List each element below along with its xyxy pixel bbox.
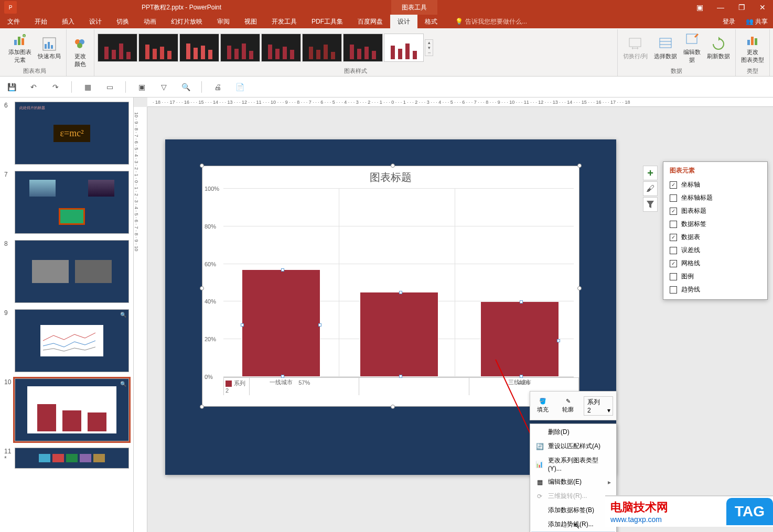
menu-delete[interactable]: 删除(D) [531, 425, 615, 439]
slide-thumb-10[interactable]: 10 🔍 [4, 378, 129, 441]
tab-chart-format[interactable]: 格式 [417, 15, 445, 28]
chk-error-bars[interactable]: 误差线 [663, 244, 767, 257]
chk-gridlines[interactable]: ✓网格线 [663, 257, 767, 270]
mini-outline-button[interactable]: ✎ 轮廓 [555, 392, 581, 420]
resize-handle-e[interactable] [577, 286, 582, 290]
checkbox-icon[interactable] [670, 194, 677, 202]
quick-layout-button[interactable]: 快速布局 [36, 35, 63, 61]
tab-design[interactable]: 设计 [82, 15, 109, 28]
switch-row-col-button[interactable]: 切换行/列 [621, 35, 650, 61]
undo-button[interactable]: ↶ [27, 81, 40, 93]
menu-change-chart-type[interactable]: 📊更改系列图表类型(Y)... [531, 453, 615, 475]
tab-transitions[interactable]: 切换 [109, 15, 136, 28]
menu-edit-data[interactable]: ▦编辑数据(E)▸ [531, 475, 615, 489]
chart-style-8[interactable] [384, 34, 424, 62]
tell-me-box[interactable]: 💡告诉我您想要做什么... [445, 17, 527, 26]
tab-insert[interactable]: 插入 [55, 15, 82, 28]
tab-developer[interactable]: 开发工具 [264, 15, 304, 28]
bar-handle[interactable] [241, 323, 244, 327]
change-chart-type-button[interactable]: 更改 图表类型 [739, 30, 766, 65]
checkbox-icon[interactable] [670, 286, 677, 294]
checkbox-icon[interactable] [670, 247, 677, 254]
chart-bar-2[interactable] [360, 292, 438, 377]
checkbox-icon[interactable]: ✓ [670, 208, 677, 215]
chk-data-table[interactable]: ✓数据表 [663, 231, 767, 244]
mini-fill-button[interactable]: 🪣 填充 [530, 392, 555, 420]
save-button[interactable]: 💾 [5, 81, 18, 93]
chart-styles-button[interactable]: 🖌 [643, 181, 658, 196]
chk-trendline[interactable]: 趋势线 [663, 283, 767, 296]
checkbox-icon[interactable]: ✓ [670, 181, 677, 189]
chart-style-1[interactable] [98, 34, 137, 62]
add-chart-element-button[interactable]: + 添加图表 元素 [6, 30, 34, 65]
menu-reset-style[interactable]: 🔄重设以匹配样式(A) [531, 439, 615, 453]
qat-btn-1[interactable]: ▦ [81, 81, 94, 93]
menu-add-data-labels[interactable]: 添加数据标签(B)▸ [531, 503, 615, 517]
change-colors-button[interactable]: 更改 颜色 [70, 35, 91, 69]
select-data-button[interactable]: 选择数据 [652, 35, 679, 61]
chart-style-7[interactable] [343, 34, 383, 62]
ribbon-options-button[interactable]: ▣ [689, 0, 710, 15]
tab-review[interactable]: 审阅 [210, 15, 237, 28]
slide-thumb-8[interactable]: 8 [4, 240, 129, 303]
chart-title[interactable]: 图表标题 [202, 166, 579, 189]
chart-elements-button[interactable]: + [643, 166, 658, 180]
restore-button[interactable]: ❐ [731, 0, 752, 15]
tab-file[interactable]: 文件 [0, 15, 27, 28]
chart-bar-1[interactable] [242, 269, 320, 377]
checkbox-icon[interactable] [670, 273, 677, 280]
resize-handle-n[interactable] [391, 164, 395, 168]
qat-btn-3[interactable]: ▣ [135, 81, 148, 93]
minimize-button[interactable]: — [710, 0, 731, 15]
redo-button[interactable]: ↷ [49, 81, 62, 93]
tab-animations[interactable]: 动画 [136, 15, 164, 28]
slide-thumb-6[interactable]: 6 ε=mc²此处得片的标题 [4, 102, 129, 165]
signin-button[interactable]: 登录 [717, 17, 740, 26]
bar-handle[interactable] [399, 291, 402, 294]
bar-handle[interactable] [318, 323, 321, 327]
edit-data-button[interactable]: 编辑数 据 [681, 30, 703, 65]
resize-handle-w[interactable] [200, 286, 204, 290]
chart-style-3[interactable] [179, 34, 219, 62]
resize-handle-ne[interactable] [577, 164, 582, 168]
slide-thumb-7[interactable]: 7 [4, 171, 129, 234]
tab-home[interactable]: 开始 [27, 15, 55, 28]
chk-legend[interactable]: 图例 [663, 270, 767, 283]
tab-baidu[interactable]: 百度网盘 [350, 15, 390, 28]
chart-style-6[interactable] [302, 34, 342, 62]
bar-handle[interactable] [281, 268, 284, 272]
tab-slideshow[interactable]: 幻灯片放映 [164, 15, 210, 28]
mini-series-value[interactable]: 系列2 [584, 396, 613, 416]
tab-view[interactable]: 视图 [237, 15, 264, 28]
chk-chart-title[interactable]: ✓图表标题 [663, 204, 767, 218]
qat-btn-5[interactable]: 🔍 [179, 81, 192, 93]
bar-handle[interactable] [281, 375, 284, 378]
chart-filters-button[interactable] [643, 197, 658, 212]
checkbox-icon[interactable] [670, 221, 677, 228]
slide-editor[interactable]: · 18 · · · 17 · · · 16 · · · 15 · · · 14… [134, 97, 773, 532]
qat-btn-4[interactable]: ▽ [157, 81, 170, 93]
bar-handle[interactable] [557, 339, 560, 342]
close-button[interactable]: ✕ [752, 0, 773, 15]
checkbox-icon[interactable]: ✓ [670, 234, 677, 241]
mini-series-selector[interactable]: 系列2 [581, 392, 616, 420]
chk-axes[interactable]: ✓坐标轴 [663, 178, 767, 191]
chart-style-2[interactable] [138, 34, 178, 62]
slide-thumb-11[interactable]: 11* [4, 448, 129, 469]
bar-handle[interactable] [520, 300, 523, 303]
chk-axis-titles[interactable]: 坐标轴标题 [663, 191, 767, 204]
resize-handle-nw[interactable] [200, 164, 204, 168]
bar-handle[interactable] [399, 375, 402, 378]
qat-btn-6[interactable]: 🖨 [211, 81, 224, 93]
tab-pdf[interactable]: PDF工具集 [304, 15, 350, 28]
refresh-data-button[interactable]: 刷新数据 [705, 35, 732, 61]
share-button[interactable]: 👥 共享 [740, 17, 773, 26]
checkbox-icon[interactable]: ✓ [670, 260, 677, 267]
slide-panel[interactable]: 6 ε=mc²此处得片的标题 7 8 9 🔍 10 🔍 11* [0, 97, 134, 532]
chart-style-5[interactable] [261, 34, 301, 62]
slide-thumb-9[interactable]: 9 🔍 [4, 309, 129, 372]
chart-styles-more[interactable]: ▴▾⎓ [425, 39, 433, 56]
resize-handle-s[interactable] [391, 405, 395, 409]
chart-style-4[interactable] [220, 34, 260, 62]
chart-plot-area[interactable]: 0% 20% 40% 60% 80% 100% [223, 189, 574, 377]
